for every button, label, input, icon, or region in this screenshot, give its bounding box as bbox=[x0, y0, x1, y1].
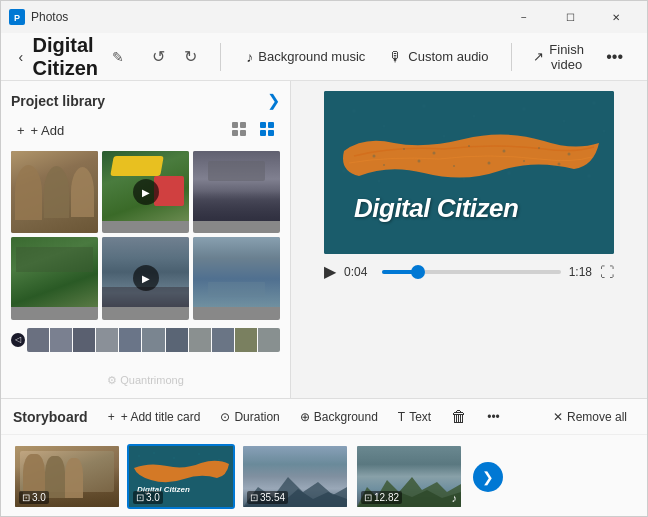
app-title: Digital Citizen bbox=[33, 34, 99, 80]
thumbnail-grid: ▶ ▶ bbox=[11, 151, 280, 366]
library-item[interactable]: ▶ bbox=[102, 151, 189, 233]
svg-point-33 bbox=[403, 148, 405, 150]
finish-video-label: Finish video bbox=[549, 42, 584, 72]
svg-rect-2 bbox=[232, 122, 238, 128]
preview-panel: Digital Citizen ▶ 0:04 1:18 ⛶ bbox=[291, 81, 647, 398]
watermark-area: ⚙ Quantrimong bbox=[11, 370, 280, 388]
svg-point-16 bbox=[563, 120, 566, 123]
export-icon: ↗ bbox=[533, 49, 544, 64]
play-button[interactable]: ▶ bbox=[324, 262, 336, 281]
title-bar: P Photos − ☐ ✕ bbox=[1, 1, 647, 33]
background-icon: ⊕ bbox=[300, 410, 310, 424]
svg-point-42 bbox=[488, 162, 491, 165]
svg-point-50 bbox=[218, 459, 220, 461]
svg-point-40 bbox=[418, 160, 421, 163]
collapse-panel-button[interactable]: ❯ bbox=[267, 91, 280, 110]
library-item[interactable] bbox=[193, 237, 280, 319]
svg-rect-8 bbox=[260, 130, 266, 136]
total-time: 1:18 bbox=[569, 265, 592, 279]
library-item[interactable] bbox=[11, 237, 98, 319]
text-icon: T bbox=[398, 410, 405, 424]
plus-icon: + bbox=[108, 410, 115, 424]
remove-all-label: Remove all bbox=[567, 410, 627, 424]
watermark-text: ⚙ Quantrimong bbox=[107, 374, 184, 386]
add-media-button[interactable]: + + Add bbox=[11, 121, 70, 140]
library-item[interactable] bbox=[11, 151, 98, 233]
edit-pencil-icon[interactable]: ✎ bbox=[112, 49, 124, 65]
filmstrip-track bbox=[27, 328, 280, 352]
svg-point-44 bbox=[558, 163, 561, 166]
storyboard-item[interactable]: ⊡ 35.54 bbox=[241, 444, 349, 509]
storyboard-title: Storyboard bbox=[13, 409, 88, 425]
filmstrip: ◁ bbox=[11, 326, 280, 354]
storyboard-item[interactable]: ⊡ 3.0 bbox=[13, 444, 121, 509]
more-options-button[interactable]: ••• bbox=[598, 43, 631, 71]
fullscreen-button[interactable]: ⛶ bbox=[600, 264, 614, 280]
finish-video-button[interactable]: ↗ Finish video bbox=[523, 37, 594, 77]
svg-point-15 bbox=[522, 107, 526, 111]
text-button[interactable]: T Text bbox=[390, 407, 439, 427]
svg-point-13 bbox=[422, 104, 426, 108]
filmstrip-arrow-left: ◁ bbox=[11, 333, 25, 347]
text-label: Text bbox=[409, 410, 431, 424]
list-icon bbox=[259, 121, 275, 137]
clock-icon: ⊙ bbox=[220, 410, 230, 424]
add-title-card-button[interactable]: + + Add title card bbox=[100, 407, 209, 427]
preview-controls: ▶ 0:04 1:18 ⛶ bbox=[324, 262, 614, 281]
left-panel: Project library ❯ + + Add bbox=[1, 81, 291, 398]
progress-thumb bbox=[411, 265, 425, 279]
storyboard-items: ⊡ 3.0 Title card bbox=[1, 435, 647, 517]
storyboard-title-card[interactable]: Title card Digital Citizen bbox=[127, 444, 235, 509]
svg-point-48 bbox=[173, 457, 175, 459]
custom-audio-button[interactable]: 🎙 Custom audio bbox=[379, 44, 498, 70]
svg-rect-7 bbox=[268, 122, 274, 128]
back-button[interactable]: ‹ bbox=[17, 41, 25, 73]
svg-point-47 bbox=[153, 452, 155, 454]
duration-value: 12.82 bbox=[374, 492, 399, 503]
preview-title: Digital Citizen bbox=[354, 193, 518, 224]
music-note-icon: ♪ bbox=[246, 49, 253, 65]
undo-redo-controls: ↺ ↻ bbox=[144, 43, 204, 71]
svg-point-41 bbox=[453, 165, 455, 167]
svg-point-26 bbox=[378, 180, 381, 183]
play-overlay: ▶ bbox=[133, 265, 159, 291]
svg-rect-9 bbox=[268, 130, 274, 136]
plus-icon: + bbox=[17, 123, 25, 138]
storyboard-next-button[interactable]: ❯ bbox=[473, 462, 503, 492]
library-item[interactable]: ▶ bbox=[102, 237, 189, 319]
audio-icon: ♪ bbox=[452, 492, 458, 504]
panel-header: Project library ❯ bbox=[11, 91, 280, 110]
background-music-label: Background music bbox=[258, 49, 365, 64]
svg-point-38 bbox=[568, 153, 571, 156]
redo-button[interactable]: ↻ bbox=[176, 43, 204, 71]
photo-icon: ⊡ bbox=[136, 492, 144, 503]
remove-all-button[interactable]: ✕ Remove all bbox=[545, 407, 635, 427]
progress-bar[interactable] bbox=[382, 270, 561, 274]
storyboard-item[interactable]: ⊡ 12.82 ♪ bbox=[355, 444, 463, 509]
svg-point-34 bbox=[433, 152, 436, 155]
minimize-button[interactable]: − bbox=[501, 1, 547, 33]
header-toolbar: ‹ Digital Citizen ✎ ↺ ↻ ♪ Background mus… bbox=[1, 33, 647, 81]
storyboard-area: Storyboard + + Add title card ⊙ Duration… bbox=[1, 398, 647, 517]
svg-point-24 bbox=[603, 130, 606, 133]
background-label: Background bbox=[314, 410, 378, 424]
list-view-button[interactable] bbox=[254, 118, 280, 143]
maximize-button[interactable]: ☐ bbox=[547, 1, 593, 33]
delete-button[interactable]: 🗑 bbox=[443, 405, 475, 429]
grid-icon bbox=[231, 121, 247, 137]
grid-view-button[interactable] bbox=[226, 118, 252, 143]
undo-button[interactable]: ↺ bbox=[144, 43, 172, 71]
library-item[interactable] bbox=[193, 151, 280, 233]
background-button[interactable]: ⊕ Background bbox=[292, 407, 386, 427]
more-storyboard-button[interactable]: ••• bbox=[479, 407, 508, 427]
item-duration: ⊡ 12.82 bbox=[361, 491, 402, 504]
svg-point-35 bbox=[468, 145, 470, 147]
duration-value: 3.0 bbox=[146, 492, 160, 503]
background-music-button[interactable]: ♪ Background music bbox=[236, 44, 375, 70]
svg-point-46 bbox=[138, 455, 140, 457]
svg-point-20 bbox=[443, 135, 446, 138]
add-label: + Add bbox=[31, 123, 65, 138]
svg-point-32 bbox=[373, 155, 376, 158]
close-button[interactable]: ✕ bbox=[593, 1, 639, 33]
duration-button[interactable]: ⊙ Duration bbox=[212, 407, 287, 427]
